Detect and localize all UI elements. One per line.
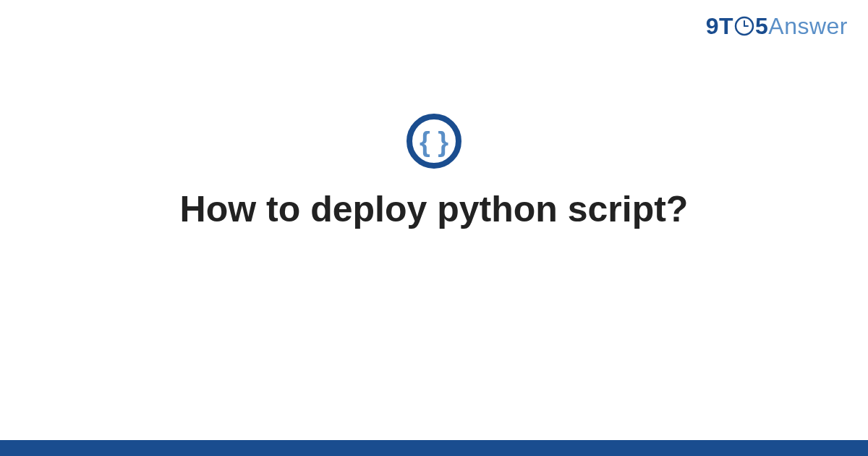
- site-logo: 9T 5Answer: [706, 13, 848, 40]
- clock-icon: [734, 15, 754, 35]
- page-title: How to deploy python script?: [0, 188, 868, 230]
- logo-text-5: 5: [755, 13, 768, 39]
- logo-text-9t: 9T: [706, 13, 733, 39]
- logo-text-answer: Answer: [768, 13, 848, 39]
- braces-icon: { }: [405, 112, 463, 170]
- footer-bar: [0, 440, 868, 456]
- svg-text:{ }: { }: [420, 127, 448, 157]
